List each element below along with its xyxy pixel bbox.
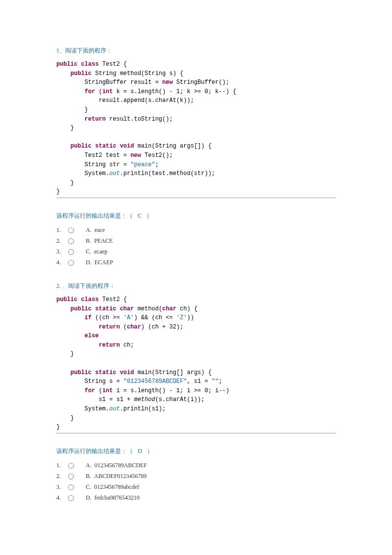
kw-if: if (85, 314, 92, 321)
q2-option-c[interactable]: 3. C.0123456789abcdef (56, 482, 336, 493)
code-text: System. (85, 170, 109, 177)
code-text: , s1 = (187, 378, 211, 385)
prompt-suffix: ） (147, 448, 153, 454)
q2-option-b[interactable]: 2. B.ABCDEF0123456789 (56, 471, 336, 482)
radio-icon[interactable] (68, 495, 74, 501)
radio-icon[interactable] (68, 238, 74, 244)
q2-answer-prompt: 该程序运行的输出结果是：（D） (56, 447, 336, 455)
kw-new: new (162, 79, 173, 86)
radio-icon[interactable] (68, 249, 74, 255)
code-text: .println(s1); (120, 405, 166, 412)
code-text: ; (219, 378, 222, 385)
option-label: D.ECAEP (86, 259, 113, 266)
kw-class: class (77, 296, 98, 303)
kw-static: static (92, 305, 116, 312)
code-text: Test2 test = (85, 152, 131, 159)
code-text: main(String[] args) { (134, 369, 211, 376)
code-text: result.toString(); (106, 116, 173, 123)
kw-return: return (98, 324, 120, 330)
code-text: Test2(); (141, 152, 173, 159)
radio-icon[interactable] (68, 484, 74, 490)
kw-public: public (71, 305, 92, 312)
q1-option-c[interactable]: 3. C.ecaep (56, 247, 336, 257)
q1-option-a[interactable]: 1. A.eace (56, 225, 336, 236)
code-text: method( (134, 305, 162, 312)
kw-class: class (77, 61, 98, 68)
option-label: A.0123456789ABCDEF (86, 462, 147, 469)
q1-options: 1. A.eace 2. B.PEACE 3. C.ecaep 4. D.ECA… (56, 225, 336, 268)
option-text: PEACE (94, 237, 113, 244)
option-number: 1. (56, 462, 67, 469)
q1-option-d[interactable]: 4. D.ECAEP (56, 257, 336, 268)
kw-public: public (56, 296, 77, 303)
char-literal: 'A' (123, 314, 134, 321)
option-letter: D. (86, 494, 92, 501)
prompt-suffix: ） (147, 212, 152, 219)
q1-option-b[interactable]: 2. B.PEACE (56, 236, 336, 247)
radio-icon[interactable] (68, 463, 74, 469)
q2-options: 1. A.0123456789ABCDEF 2. B.ABCDEF0123456… (56, 460, 336, 504)
option-number: 4. (56, 259, 67, 266)
code-text: String s = (85, 378, 123, 385)
code-text: StringBuffer result = (85, 79, 162, 86)
option-label: A.eace (86, 227, 105, 234)
q1-answer-prompt: 该程序运行的输出结果是：（C） (56, 212, 336, 220)
option-text: fedcba9876543210 (95, 494, 140, 501)
option-number: 2. (56, 473, 67, 480)
kw-public: public (56, 61, 77, 68)
code-text: ; (155, 161, 159, 168)
option-text: ecaep (94, 248, 107, 255)
kw-int: int (102, 387, 113, 394)
code-text: } (71, 351, 74, 357)
kw-for: for (85, 88, 96, 95)
kw-else: else (85, 332, 99, 339)
code-text: StringBuffer(); (173, 79, 229, 86)
field-out: out (109, 405, 120, 412)
kw-char: char (127, 324, 141, 330)
method-call: method (134, 396, 155, 403)
code-text: i = s.length() - 1; i >= 0; i--) (113, 387, 229, 394)
option-letter: B. (86, 473, 91, 479)
code-text: ( (95, 387, 102, 394)
code-text: ( (95, 88, 102, 95)
char-literal: 'Z' (176, 314, 187, 321)
code-text: k = s.length() - 1; k >= 0; k--) { (113, 88, 236, 95)
q2-option-d[interactable]: 4. D.fedcba9876543210 (56, 493, 336, 504)
code-text: System. (85, 405, 109, 412)
q2-option-a[interactable]: 1. A.0123456789ABCDEF (56, 460, 336, 471)
option-label: B.ABCDEF0123456789 (86, 473, 147, 480)
code-text: ch) { (176, 305, 197, 312)
option-letter: A. (86, 462, 92, 469)
field-out: out (109, 170, 120, 177)
kw-char: char (116, 305, 134, 312)
q1-title: 1、阅读下面的程序： (56, 47, 336, 55)
code-text: } (56, 188, 60, 195)
option-text: 0123456789ABCDEF (95, 462, 147, 469)
kw-static: static (92, 369, 116, 376)
option-letter: C. (86, 483, 91, 490)
radio-icon[interactable] (68, 474, 74, 479)
code-text: ch; (120, 342, 134, 349)
option-letter: B. (86, 237, 91, 244)
option-text: ECAEP (95, 259, 113, 266)
q1-answer: C (138, 212, 142, 219)
code-text: ((ch >= (92, 314, 123, 321)
q2-code-block: public class Test2 { public static char … (56, 295, 336, 433)
kw-return: return (85, 116, 106, 123)
option-number: 3. (56, 248, 67, 255)
code-text: .println(test.method(str)); (120, 170, 215, 177)
code-text: (s.charAt(i)); (155, 396, 205, 403)
radio-icon[interactable] (68, 260, 74, 266)
radio-icon[interactable] (68, 227, 74, 233)
document-page: 1、阅读下面的程序： public class Test2 { public S… (0, 0, 392, 537)
option-text: ABCDEF0123456789 (94, 473, 147, 479)
code-text: )) (187, 314, 194, 321)
kw-void: void (116, 369, 134, 376)
code-text: } (85, 106, 88, 113)
q1-code-block: public class Test2 { public String metho… (56, 60, 336, 198)
code-text: Test2 { (98, 61, 127, 68)
kw-for: for (85, 387, 96, 394)
string-literal: "0123456789ABCDEF" (123, 378, 187, 385)
kw-int: int (102, 88, 113, 95)
kw-public: public (71, 70, 92, 77)
